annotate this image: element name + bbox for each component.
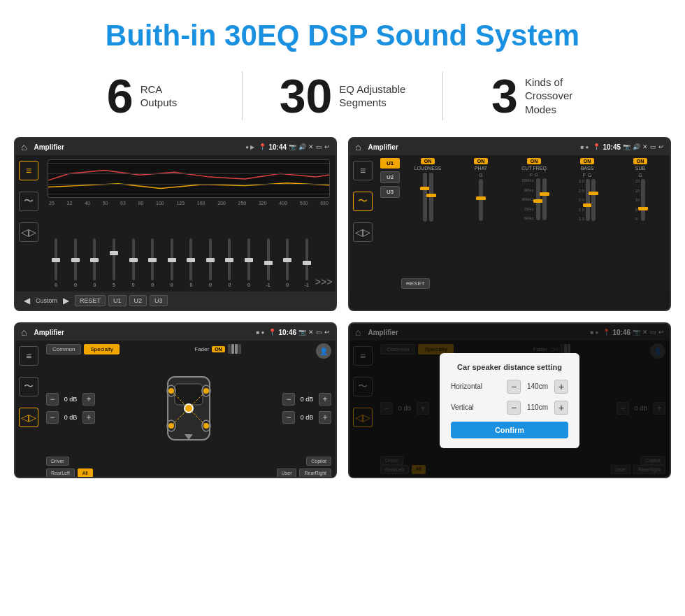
status-right-2: 📍 10:45 📷 🔊 ✕ ▭ ↩ — [593, 143, 664, 151]
vol-plus-2[interactable]: + — [82, 411, 95, 424]
speaker-icon[interactable]: ◁▷ — [19, 222, 38, 242]
confirm-button[interactable]: Confirm — [451, 422, 568, 438]
all-btn[interactable]: All — [78, 468, 93, 478]
slider-track-9[interactable] — [209, 238, 212, 280]
slider-track-14[interactable] — [305, 238, 308, 280]
screen-eq: ⌂ Amplifier ● ▶ 📍 10:44 📷 🔊 ✕ ▭ ↩ ≡ 〜 ◁▷ — [14, 137, 337, 311]
fader-on-btn[interactable]: ON — [212, 346, 225, 352]
vol-row-2: − 0 dB + — [46, 411, 95, 424]
driver-btn[interactable]: Driver — [46, 457, 69, 466]
sub-on[interactable]: ON — [633, 158, 648, 164]
close-icon-2: ✕ — [642, 143, 648, 150]
vertical-minus-btn[interactable]: − — [507, 401, 521, 415]
back-icon-3[interactable]: ↩ — [324, 329, 330, 336]
u3-button-1[interactable]: U3 — [150, 295, 168, 306]
slider-track-7[interactable] — [171, 238, 173, 280]
slider-col-5: 0 — [124, 238, 142, 287]
vol-val-1: 0 dB — [61, 396, 80, 403]
vertical-value: 110cm — [524, 403, 551, 411]
u1-channel[interactable]: U1 — [380, 158, 400, 169]
u1-button-1[interactable]: U1 — [108, 295, 127, 306]
vol-plus-3[interactable]: + — [319, 393, 331, 406]
vol-minus-1[interactable]: − — [46, 393, 59, 406]
u2-button-1[interactable]: U2 — [129, 295, 147, 306]
slider-track-4[interactable] — [113, 238, 115, 280]
slider-col-14: -1 — [298, 238, 316, 287]
vol-row-1: − 0 dB + — [46, 393, 95, 406]
rearright-btn[interactable]: RearRight — [299, 468, 331, 478]
slider-track-8[interactable] — [189, 238, 192, 280]
eq-icon-2[interactable]: ≡ — [353, 161, 373, 180]
vol-plus-4[interactable]: + — [319, 411, 331, 424]
cutfreq-on[interactable]: ON — [527, 158, 542, 164]
eq-sliders: 0 0 0 5 0 — [48, 208, 330, 287]
copilot-btn[interactable]: Copilot — [306, 457, 331, 466]
eq-icon[interactable]: ≡ — [19, 161, 38, 180]
vertical-ctrl: − 110cm + — [507, 401, 568, 415]
slider-track-13[interactable] — [286, 238, 289, 280]
wave-icon-2[interactable]: 〜 — [353, 192, 373, 211]
vol-minus-2[interactable]: − — [46, 411, 59, 424]
speaker-icon-3[interactable]: ◁▷ — [19, 408, 38, 427]
location-icon-3: 📍 — [268, 329, 276, 336]
loudness-slider2[interactable] — [429, 173, 433, 222]
stats-row: 6 RCAOutputs 30 EQ AdjustableSegments 3 … — [0, 64, 685, 137]
vol-val-3: 0 dB — [297, 396, 317, 403]
slider-track-1[interactable] — [55, 238, 57, 280]
vertical-plus-btn[interactable]: + — [554, 401, 568, 415]
specialty-tab[interactable]: Specialty — [84, 344, 119, 354]
cutfreq-slider2[interactable] — [542, 178, 547, 220]
eq-icon-3[interactable]: ≡ — [19, 346, 38, 366]
slider-track-3[interactable] — [93, 238, 96, 280]
fader-slider[interactable] — [228, 344, 241, 354]
sub-slider[interactable] — [641, 179, 645, 221]
vol-minus-4[interactable]: − — [282, 411, 295, 424]
slider-col-4: 5 — [106, 238, 123, 287]
rearleft-btn[interactable]: RearLeft — [46, 468, 75, 478]
horizontal-plus-btn[interactable]: + — [554, 380, 568, 394]
slider-track-2[interactable] — [74, 238, 77, 280]
horizontal-minus-btn[interactable]: − — [507, 380, 521, 394]
back-icon-1[interactable]: ↩ — [324, 143, 330, 150]
reset-button-2[interactable]: RESET — [401, 278, 430, 289]
common-tab[interactable]: Common — [46, 344, 81, 354]
slider-track-5[interactable] — [132, 238, 135, 280]
home-icon-2[interactable]: ⌂ — [355, 141, 361, 152]
eq-line-3 — [48, 184, 329, 185]
slider-track-6[interactable] — [151, 238, 154, 280]
bass-slider2[interactable] — [591, 179, 596, 221]
prev-button[interactable]: ◀ — [21, 296, 33, 306]
speaker-main: Common Specialty Fader ON 👤 — [42, 341, 336, 477]
slider-track-12[interactable] — [267, 238, 270, 280]
user-btn[interactable]: User — [277, 468, 297, 478]
back-icon-2[interactable]: ↩ — [658, 143, 664, 150]
wave-icon[interactable]: 〜 — [19, 192, 38, 211]
more-icon[interactable]: >>> — [317, 276, 330, 287]
wave-icon-3[interactable]: 〜 — [19, 377, 38, 396]
loudness-slider1[interactable] — [423, 173, 427, 222]
bass-on[interactable]: ON — [580, 158, 595, 164]
cutfreq-slider1[interactable] — [536, 178, 540, 220]
vol-minus-3[interactable]: − — [282, 393, 295, 406]
slider-thumb-1 — [52, 258, 60, 262]
slider-track-11[interactable] — [247, 238, 250, 280]
cutfreq-thumb1 — [533, 199, 543, 203]
fader-bar-1 — [228, 344, 231, 354]
home-icon-3[interactable]: ⌂ — [21, 327, 27, 338]
vol-plus-1[interactable]: + — [82, 393, 95, 406]
home-icon[interactable]: ⌂ — [21, 141, 27, 152]
play-button[interactable]: ▶ — [60, 296, 72, 306]
speaker-icon-2[interactable]: ◁▷ — [353, 222, 373, 242]
profile-icon-3[interactable]: 👤 — [316, 343, 331, 359]
phat-slider[interactable] — [479, 179, 483, 221]
u2-channel[interactable]: U2 — [380, 171, 400, 183]
loudness-on[interactable]: ON — [421, 158, 435, 164]
volume-icon-1: 🔊 — [298, 143, 306, 150]
dialog-row-vertical: Vertical − 110cm + — [451, 401, 568, 415]
reset-button-1[interactable]: RESET — [75, 295, 106, 306]
slider-track-10[interactable] — [228, 238, 231, 280]
bass-slider1[interactable] — [586, 179, 590, 221]
u3-channel[interactable]: U3 — [380, 186, 400, 198]
bass-label: BASS — [581, 166, 594, 171]
phat-on[interactable]: ON — [474, 158, 489, 164]
